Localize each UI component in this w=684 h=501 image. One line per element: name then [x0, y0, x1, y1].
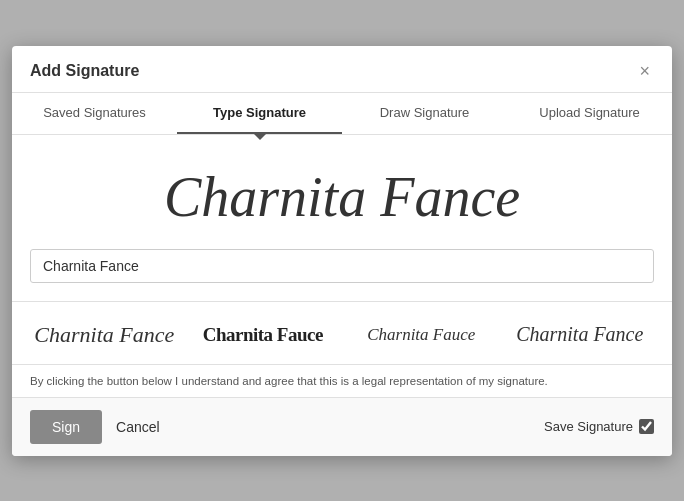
tab-bar: Saved Signatures Type Signature Draw Sig… — [12, 93, 672, 135]
save-signature-label: Save Signature — [544, 419, 633, 434]
font-option-2-text: Charnita Fauce — [203, 324, 323, 345]
font-options: Charnita Fance Charnita Fauce Charnita F… — [12, 306, 672, 365]
legal-text: By clicking the button below I understan… — [12, 365, 672, 398]
footer-actions-right: Save Signature — [544, 419, 654, 434]
name-input-section — [12, 249, 672, 297]
modal-overlay: Add Signature × Saved Signatures Type Si… — [0, 0, 684, 501]
tab-saved-signatures[interactable]: Saved Signatures — [12, 93, 177, 134]
font-option-4-text: Charnita Fance — [516, 323, 643, 345]
add-signature-modal: Add Signature × Saved Signatures Type Si… — [12, 46, 672, 456]
footer-actions-left: Sign Cancel — [30, 410, 164, 444]
font-option-4[interactable]: Charnita Fance — [506, 317, 655, 352]
tab-draw-signature[interactable]: Draw Signature — [342, 93, 507, 134]
modal-title: Add Signature — [30, 62, 139, 80]
cancel-button[interactable]: Cancel — [112, 410, 164, 444]
name-input[interactable] — [30, 249, 654, 283]
sign-button[interactable]: Sign — [30, 410, 102, 444]
tab-upload-signature[interactable]: Upload Signature — [507, 93, 672, 134]
close-button[interactable]: × — [635, 60, 654, 82]
modal-footer: Sign Cancel Save Signature — [12, 398, 672, 456]
signature-preview: Charnita Fance — [12, 135, 672, 249]
font-option-3-text: Charnita Fauce — [367, 325, 475, 344]
font-option-1[interactable]: Charnita Fance — [30, 316, 179, 354]
signature-preview-text: Charnita Fance — [164, 165, 520, 229]
modal-header: Add Signature × — [12, 46, 672, 93]
font-option-1-text: Charnita Fance — [34, 322, 174, 347]
tab-type-signature[interactable]: Type Signature — [177, 93, 342, 134]
save-signature-checkbox[interactable] — [639, 419, 654, 434]
font-option-2[interactable]: Charnita Fauce — [189, 318, 338, 352]
divider-1 — [12, 301, 672, 302]
font-option-3[interactable]: Charnita Fauce — [347, 319, 496, 351]
